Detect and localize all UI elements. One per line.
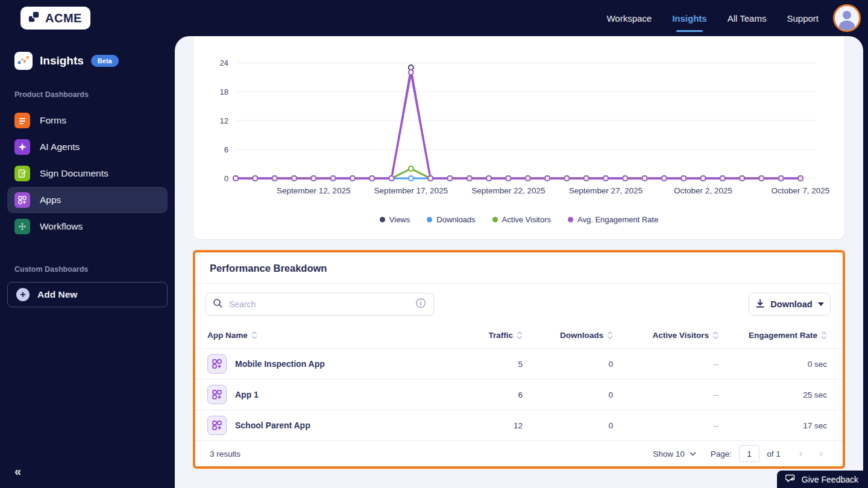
legend-item-active-visitors[interactable]: Active Visitors	[492, 215, 551, 224]
sidebar-item-apps[interactable]: Apps	[7, 187, 168, 213]
nav-workspace[interactable]: Workspace	[606, 13, 652, 23]
nav-insights[interactable]: Insights	[672, 13, 707, 23]
legend-dot-icon	[427, 217, 432, 222]
sort-icon[interactable]	[712, 331, 719, 340]
apps-icon	[14, 192, 30, 208]
workflows-icon	[14, 219, 30, 234]
app-name: App 1	[235, 390, 259, 399]
svg-text:September 12, 2025: September 12, 2025	[277, 186, 350, 195]
beta-badge: Beta	[91, 55, 119, 67]
forms-icon	[14, 113, 30, 128]
sidebar-item-label: Apps	[40, 195, 61, 205]
sidebar-item-workflows[interactable]: Workflows	[7, 213, 168, 240]
pagination: Show 10 Page: of 1 ‹ ›	[653, 445, 828, 462]
app-grid-icon	[207, 416, 227, 435]
results-count: 3 results	[210, 449, 241, 458]
search-icon	[213, 298, 223, 311]
avatar-person-icon	[843, 11, 851, 19]
sidebar-item-label: Workflows	[40, 221, 83, 232]
sign-documents-icon	[14, 166, 30, 181]
legend-item-downloads[interactable]: Downloads	[427, 215, 475, 224]
svg-text:0: 0	[224, 174, 228, 183]
feedback-icon	[785, 474, 796, 485]
column-header-downloads[interactable]: Downloads	[523, 331, 613, 340]
active-visitors-value: --	[613, 390, 719, 399]
traffic-value: 5	[432, 360, 523, 369]
legend-item-views[interactable]: Views	[380, 215, 410, 224]
svg-text:18: 18	[220, 87, 228, 96]
table-footer: 3 results Show 10 Page: of 1 ‹ ›	[195, 440, 843, 466]
sidebar-item-label: Forms	[40, 115, 66, 126]
column-label: Engagement Rate	[749, 331, 817, 340]
svg-text:October 2, 2025: October 2, 2025	[674, 186, 732, 195]
sort-icon[interactable]	[251, 331, 257, 340]
app-name: School Parent App	[235, 421, 310, 430]
chevron-down-icon	[690, 452, 696, 456]
app-grid-icon	[207, 354, 227, 374]
user-avatar[interactable]	[833, 4, 861, 32]
page-label: Page:	[711, 449, 732, 458]
sidebar-item-ai-agents[interactable]: AI Agents	[7, 134, 168, 160]
table-row[interactable]: App 160--25 sec	[195, 379, 843, 410]
next-page-button[interactable]: ›	[814, 448, 828, 460]
svg-text:September 22, 2025: September 22, 2025	[471, 186, 545, 195]
sidebar-item-forms[interactable]: Forms	[7, 107, 168, 134]
give-feedback-button[interactable]: Give Feedback	[777, 471, 868, 488]
sidebar-header: Insights Beta	[0, 36, 175, 70]
sidebar-items: FormsAI AgentsSign DocumentsAppsWorkflow…	[7, 107, 168, 240]
sort-icon[interactable]	[607, 331, 613, 340]
sort-icon[interactable]	[517, 331, 523, 340]
svg-text:October 7, 2025: October 7, 2025	[772, 186, 830, 195]
acme-logo[interactable]: ACME	[20, 7, 90, 30]
top-nav: WorkspaceInsightsAll TeamsSupport	[606, 13, 819, 23]
column-label: Downloads	[560, 331, 603, 340]
metrics-line-chart: 06121824September 12, 2025September 17, …	[193, 36, 846, 201]
app-grid-icon	[207, 385, 227, 404]
table-controls: Download	[195, 284, 843, 316]
downloads-value: 0	[523, 421, 613, 430]
legend-dot-icon	[568, 217, 573, 222]
nav-support[interactable]: Support	[787, 13, 819, 23]
table-header: App NameTrafficDownloadsActive VisitorsE…	[195, 322, 843, 348]
legend-label: Avg. Engagement Rate	[577, 215, 658, 224]
nav-all-teams[interactable]: All Teams	[728, 13, 767, 23]
acme-logo-icon	[27, 10, 41, 27]
active-visitors-value: --	[613, 421, 719, 430]
app-name: Mobile Inspection App	[235, 359, 325, 369]
column-header-active-visitors[interactable]: Active Visitors	[613, 331, 719, 340]
download-button[interactable]: Download	[749, 293, 831, 316]
plus-icon: +	[16, 288, 30, 301]
legend-item-avg-engagement-rate[interactable]: Avg. Engagement Rate	[568, 215, 658, 224]
column-label: Active Visitors	[652, 331, 709, 340]
sort-icon[interactable]	[821, 331, 827, 340]
add-new-button[interactable]: + Add New	[7, 282, 168, 307]
ai-agents-icon	[14, 139, 30, 155]
downloads-value: 0	[523, 360, 613, 369]
page-number-input[interactable]	[739, 445, 760, 462]
table-row[interactable]: School Parent App120--17 sec	[195, 410, 843, 440]
section-product-dashboards: Product Dashboards	[14, 90, 175, 99]
column-label: Traffic	[488, 331, 513, 340]
svg-text:September 27, 2025: September 27, 2025	[569, 186, 643, 195]
performance-breakdown-card: Performance Breakdown	[193, 250, 845, 469]
collapse-sidebar-icon[interactable]: «	[14, 465, 21, 478]
previous-page-button[interactable]: ‹	[794, 448, 808, 460]
sidebar-title: Insights	[40, 54, 84, 67]
column-header-traffic[interactable]: Traffic	[432, 331, 523, 340]
sidebar-item-label: AI Agents	[40, 142, 80, 152]
sidebar: Insights Beta Product Dashboards FormsAI…	[0, 36, 175, 488]
top-bar: ACME WorkspaceInsightsAll TeamsSupport	[0, 0, 868, 36]
info-icon[interactable]	[415, 298, 426, 311]
engagement-rate-value: 17 sec	[719, 421, 827, 430]
search-box[interactable]	[205, 293, 434, 316]
column-header-engagement-rate[interactable]: Engagement Rate	[719, 331, 827, 340]
table-body: Mobile Inspection App50--0 secApp 160--2…	[195, 348, 843, 440]
legend-label: Active Visitors	[502, 215, 551, 224]
chart-legend: ViewsDownloadsActive VisitorsAvg. Engage…	[193, 215, 844, 224]
show-page-size-select[interactable]: Show 10	[653, 449, 696, 458]
search-input[interactable]	[229, 299, 415, 309]
traffic-value: 6	[432, 390, 523, 399]
sidebar-item-sign-documents[interactable]: Sign Documents	[7, 160, 168, 187]
column-header-app-name[interactable]: App Name	[207, 331, 432, 340]
table-row[interactable]: Mobile Inspection App50--0 sec	[195, 348, 843, 379]
